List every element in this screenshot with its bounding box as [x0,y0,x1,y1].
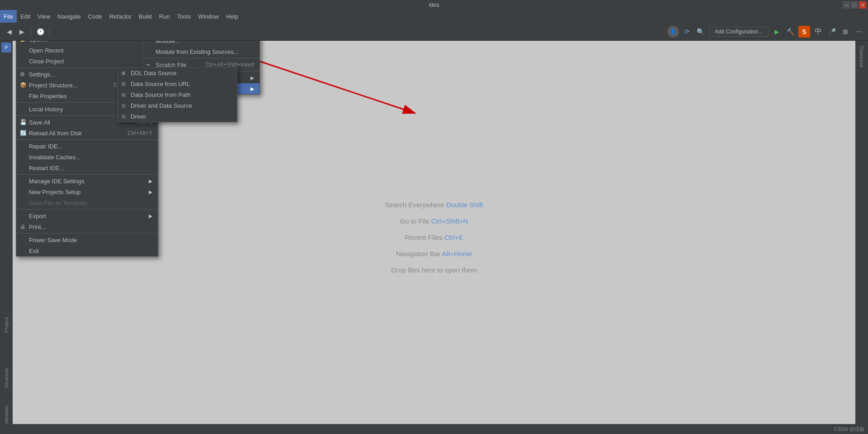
title-text: idea [429,2,439,8]
driver-icon: ⊡ [122,114,125,119]
close-button[interactable]: ✕ [859,1,866,9]
menu-file[interactable]: File [0,10,17,23]
local-history-label: Local History [29,106,63,113]
toolbar-separator-2 [49,27,50,36]
menu-build[interactable]: Build [135,10,156,23]
settings-label: Settings... [29,71,55,78]
minimize-button[interactable]: ─ [843,1,850,9]
datasource-item-ddl[interactable]: ⊞ DDL Data Source [118,67,237,78]
center-hints: Search Everywhere Double Shift Go to Fil… [385,197,483,278]
data-source-arrow-icon: ▶ [250,86,254,92]
datasource-item-from-path[interactable]: ⊟ Data Source from Path [118,89,237,100]
new-submenu-item-module-existing[interactable]: Module from Existing Sources... [143,46,259,57]
sidebar-project-label[interactable]: Project [2,314,11,336]
navigation-bar-hint: Navigation Bar Alt+Home [385,246,483,262]
toolbar: ◀ ▶ 🕐 👤 ⟳ 🔍 Add Configuration... ▶ 🔨 S 中… [0,23,868,41]
source-url-label: Data Source from URL [131,81,190,87]
menu-item-manage-ide[interactable]: Manage IDE Settings ▶ [16,176,158,186]
navigation-bar-shortcut: Alt+Home [442,250,472,258]
menu-help[interactable]: Help [222,10,242,23]
print-icon: 🖨 [20,224,25,230]
drop-files-hint: Drop files here to open them [385,262,483,278]
save-template-label: Save File as Template... [29,200,92,206]
menu-item-open-recent[interactable]: Open Recent ▶ [16,45,158,56]
sidebar-structure-label[interactable]: Structure [2,364,11,392]
recent-files-button[interactable]: 🕐 [35,26,46,37]
separator-4 [16,139,158,140]
settings-icon: ⚙ [20,71,25,77]
menu-code[interactable]: Code [85,10,106,23]
menu-run[interactable]: Run [156,10,174,23]
add-configuration-button[interactable]: Add Configuration... [709,27,769,37]
microphone-button[interactable]: 🎤 [826,26,837,37]
search-everywhere-button[interactable]: 🔍 [695,26,706,37]
driver-label: Driver [131,113,146,120]
title-bar: idea ─ □ ✕ [0,0,868,10]
menu-item-print[interactable]: 🖨 Print... [16,221,158,232]
exit-label: Exit [29,248,39,254]
new-sep-2 [143,58,259,58]
manage-ide-label: Manage IDE Settings [29,178,85,185]
build-button[interactable]: 🔨 [785,26,796,37]
menu-edit[interactable]: Edit [17,10,34,23]
sidebar-project-icon[interactable]: P [1,43,11,52]
status-right-text: CSDN @优极 [834,426,864,433]
forward-button[interactable]: ▶ [16,26,27,37]
menu-item-save-template: Save File as Template... [16,197,158,208]
go-to-file-shortcut: Ctrl+Shift+N [431,217,468,225]
chinese-char-button[interactable]: 中 [813,26,824,37]
s-logo-icon[interactable]: S [798,26,810,38]
menu-item-invalidate-caches[interactable]: Invalidate Caches... [16,152,158,162]
maximize-button[interactable]: □ [851,1,858,9]
recent-files-shortcut: Ctrl+E [444,234,463,241]
menu-refactor[interactable]: Refactor [106,10,135,23]
sidebar-database-label[interactable]: Database [857,43,866,71]
menu-item-close-project[interactable]: Close Project [16,56,158,67]
invalidate-caches-label: Invalidate Caches... [29,154,80,161]
menu-window[interactable]: Window [194,10,222,23]
project-structure-label: Project Structure... [29,82,78,89]
driver-source-icon: ⊡ [122,103,125,108]
save-all-icon: 💾 [20,119,27,125]
status-bar-right: CSDN @优极 [834,426,864,433]
status-bar: CSDN @优极 [0,424,868,434]
menu-item-exit[interactable]: Exit [16,245,158,256]
run-button[interactable]: ▶ [771,26,782,37]
update-button[interactable]: ⟳ [682,26,693,37]
reload-disk-shortcut: Ctrl+Alt+Y [117,130,152,136]
menu-item-restart-ide[interactable]: Restart IDE... [16,162,158,173]
menu-item-power-save[interactable]: Power Save Mode [16,234,158,245]
more-tools-button[interactable]: ⋯ [854,26,864,37]
datasource-item-from-url[interactable]: ⊟ Data Source from URL [118,78,237,89]
ddl-source-icon: ⊞ [122,71,125,76]
menu-item-repair-ide[interactable]: Repair IDE... [16,141,158,152]
swing-ui-arrow-icon: ▶ [250,75,254,81]
recent-files-text: Recent Files [405,234,442,241]
back-button[interactable]: ◀ [4,26,14,37]
source-path-label: Data Source from Path [131,91,190,98]
go-to-file-text: Go to File [400,217,429,225]
export-label: Export [29,213,46,219]
file-properties-label: File Properties [29,93,67,100]
menu-item-new-projects-setup[interactable]: New Projects Setup ▶ [16,186,158,197]
module-existing-label: Module from Existing Sources... [156,48,239,55]
datasource-item-driver-source[interactable]: ⊡ Driver and Data Source [118,100,237,111]
user-avatar[interactable]: 👤 [667,26,679,38]
menu-item-export[interactable]: Export ▶ [16,210,158,221]
go-to-file-hint: Go to File Ctrl+Shift+N [385,213,483,229]
search-everywhere-hint: Search Everywhere Double Shift [385,197,483,213]
left-sidebar: P Project Structure Bookmarks [0,41,13,434]
menu-item-reload-disk[interactable]: 🔄 Reload All from Disk Ctrl+Alt+Y [16,128,158,138]
reload-disk-icon: 🔄 [20,130,27,136]
menu-view[interactable]: View [34,10,54,23]
datasource-submenu: ⊞ DDL Data Source ⊟ Data Source from URL… [118,67,237,122]
datasource-item-driver[interactable]: ⊡ Driver [118,111,237,122]
menu-tools[interactable]: Tools [174,10,194,23]
menu-navigate[interactable]: Navigate [54,10,84,23]
toolbar-separator-1 [31,27,31,36]
recent-files-hint: Recent Files Ctrl+E [385,229,483,246]
search-everywhere-text: Search Everywhere [385,201,444,209]
navigation-bar-text: Navigation Bar [396,250,440,258]
ddl-source-label: DDL Data Source [131,70,176,76]
database-icon-toolbar[interactable]: ⊞ [840,26,851,37]
